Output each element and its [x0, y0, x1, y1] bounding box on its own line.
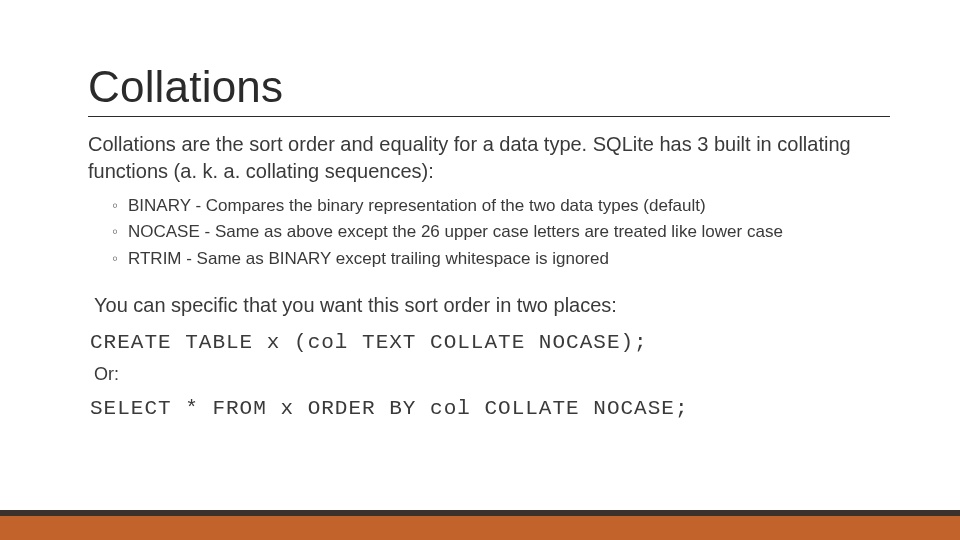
code-create-table: CREATE TABLE x (col TEXT COLLATE NOCASE)…	[90, 331, 890, 354]
footer-stripe-orange	[0, 516, 960, 540]
title-rule	[88, 116, 890, 117]
slide-content: Collations Collations are the sort order…	[88, 62, 890, 426]
slide-title: Collations	[88, 62, 890, 112]
intro-paragraph: Collations are the sort order and equali…	[88, 131, 890, 185]
footer-bar	[0, 510, 960, 540]
body-line: You can specific that you want this sort…	[94, 294, 890, 317]
list-item: NOCASE - Same as above except the 26 upp…	[112, 219, 890, 245]
list-item: RTRIM - Same as BINARY except trailing w…	[112, 246, 890, 272]
or-label: Or:	[94, 364, 890, 385]
slide: Collations Collations are the sort order…	[0, 0, 960, 540]
bullet-list: BINARY - Compares the binary representat…	[112, 193, 890, 272]
list-item: BINARY - Compares the binary representat…	[112, 193, 890, 219]
code-select: SELECT * FROM x ORDER BY col COLLATE NOC…	[90, 397, 890, 420]
